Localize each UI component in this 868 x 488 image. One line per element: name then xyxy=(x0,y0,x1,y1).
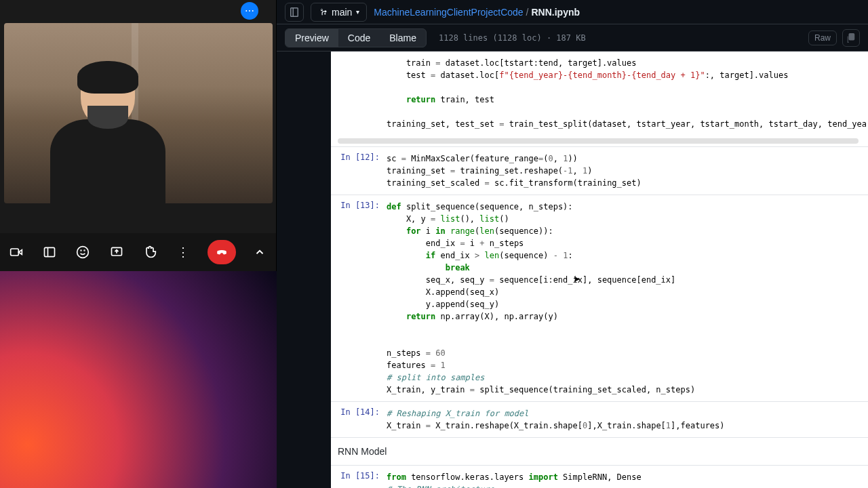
notebook-viewer[interactable]: train = dataset.loc[tstart:tend, target]… xyxy=(277,52,868,488)
call-controls: ⋮ xyxy=(0,233,276,271)
svg-rect-0 xyxy=(10,249,18,256)
file-header: main ▾ MachineLearningClientProjectCode … xyxy=(277,0,868,24)
tab-blame[interactable]: Blame xyxy=(380,29,426,47)
branch-icon xyxy=(318,7,328,17)
desktop-wallpaper xyxy=(0,271,277,488)
reactions-button[interactable] xyxy=(74,241,92,264)
tab-preview[interactable]: Preview xyxy=(285,29,338,47)
svg-point-2 xyxy=(77,247,89,258)
branch-name: main xyxy=(332,7,352,18)
share-screen-button[interactable] xyxy=(107,241,125,264)
code-cell: In [13]:def split_sequence(sequence, n_s… xyxy=(331,195,868,401)
copy-icon xyxy=(846,33,856,43)
view-mode-tabs: Preview Code Blame xyxy=(285,28,427,47)
person-silhouette xyxy=(50,66,165,203)
markdown-cell: RNN Model xyxy=(331,437,868,465)
cell-prompt: In [12]: xyxy=(331,147,387,195)
cell-code: from tensorflow.keras.layers import Simp… xyxy=(387,466,868,488)
file-toolbar: Preview Code Blame 1128 lines (1128 loc)… xyxy=(277,24,868,52)
breadcrumb-separator: / xyxy=(526,7,529,18)
cell-prompt xyxy=(331,52,387,136)
svg-rect-1 xyxy=(44,247,54,256)
copy-button[interactable] xyxy=(842,29,860,47)
code-cell: In [15]:from tensorflow.keras.layers imp… xyxy=(331,465,868,488)
branch-selector[interactable]: main ▾ xyxy=(311,3,367,22)
chevron-down-icon: ▾ xyxy=(356,8,359,16)
more-controls-button[interactable]: ⋮ xyxy=(174,241,193,264)
expand-button[interactable] xyxy=(251,241,269,264)
sidebar-toggle-button[interactable] xyxy=(285,3,304,22)
cell-code: def split_sequence(sequence, n_steps): X… xyxy=(387,195,868,401)
horizontal-scrollbar[interactable] xyxy=(338,138,859,144)
layout-button[interactable] xyxy=(40,241,58,264)
code-cell: train = dataset.loc[tstart:tend, target]… xyxy=(331,52,868,136)
cell-code: train = dataset.loc[tstart:tend, target]… xyxy=(387,52,868,136)
cell-code: sc = MinMaxScaler(feature_range=(0, 1)) … xyxy=(387,147,868,195)
file-meta: 1128 lines (1128 loc) · 187 KB xyxy=(439,33,586,43)
video-call-panel: ⋯ ⋮ xyxy=(0,0,277,488)
svg-point-4 xyxy=(84,250,85,251)
cell-prompt: In [15]: xyxy=(331,466,387,488)
more-options-button[interactable]: ⋯ xyxy=(241,2,258,20)
camera-toggle-button[interactable] xyxy=(7,241,25,264)
code-cell: In [12]:sc = MinMaxScaler(feature_range=… xyxy=(331,146,868,195)
breadcrumb-current-file: RNN.ipynb xyxy=(532,7,580,18)
cell-prompt: In [13]: xyxy=(331,195,387,401)
hangup-button[interactable] xyxy=(208,240,236,264)
participant-video xyxy=(4,23,273,203)
raw-button[interactable]: Raw xyxy=(808,30,837,45)
code-cell: In [14]:# Reshaping X_train for model X_… xyxy=(331,401,868,437)
cell-code: # Reshaping X_train for model X_train = … xyxy=(387,402,868,437)
breadcrumb-repo-link[interactable]: MachineLearningClientProjectCode xyxy=(374,7,523,18)
video-header: ⋯ xyxy=(0,0,276,22)
github-panel: main ▾ MachineLearningClientProjectCode … xyxy=(277,0,868,488)
raise-hand-button[interactable] xyxy=(140,241,159,264)
svg-point-3 xyxy=(81,250,81,251)
cell-prompt: In [14]: xyxy=(331,402,387,437)
tab-code[interactable]: Code xyxy=(338,29,380,47)
breadcrumb: MachineLearningClientProjectCode / RNN.i… xyxy=(374,7,580,18)
